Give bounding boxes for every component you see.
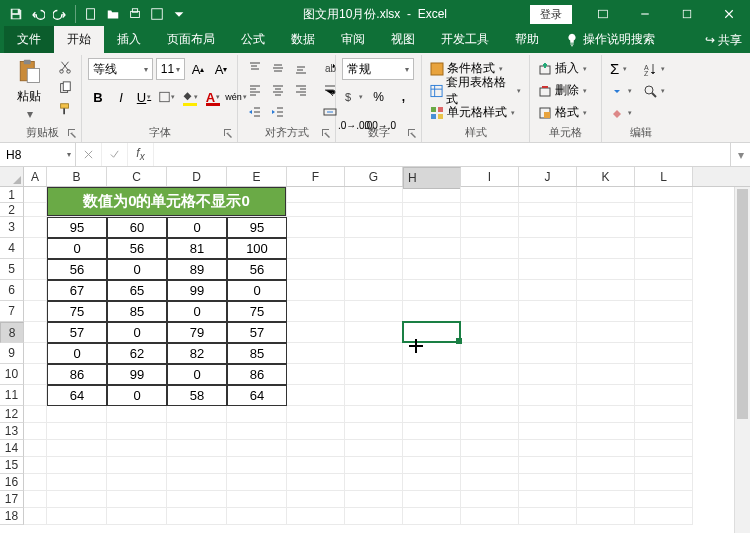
col-header-D[interactable]: D [167,167,227,186]
shrink-font-icon[interactable]: A▾ [211,58,231,80]
align-top-icon[interactable] [244,58,266,78]
row-header-5[interactable]: 5 [0,259,24,280]
table-cell[interactable]: 0 [227,280,287,301]
col-header-G[interactable]: G [345,167,403,186]
tab-file[interactable]: 文件 [4,26,54,53]
col-header-I[interactable]: I [461,167,519,186]
table-cell[interactable]: 86 [227,364,287,385]
row-header-2[interactable]: 2 [0,203,24,217]
table-cell[interactable]: 82 [167,343,227,364]
table-cell[interactable]: 0 [47,343,107,364]
confirm-formula-icon[interactable] [102,143,128,166]
table-cell[interactable]: 56 [227,259,287,280]
redo-icon[interactable] [50,3,70,25]
col-header-L[interactable]: L [635,167,693,186]
row-header-17[interactable]: 17 [0,491,24,508]
underline-button[interactable]: U▾ [134,86,154,108]
insert-function-icon[interactable]: fx [128,143,154,166]
col-header-A[interactable]: A [24,167,47,186]
table-cell[interactable]: 85 [227,343,287,364]
table-cell[interactable]: 64 [227,385,287,406]
tab-dev[interactable]: 开发工具 [428,26,502,53]
font-color-button[interactable]: A▾ [203,86,223,108]
increase-indent-icon[interactable] [267,102,289,122]
cell-grid[interactable]: 数值为0的单元格不显示09560095056811005608956676599… [24,187,750,533]
table-cell[interactable]: 67 [47,280,107,301]
decrease-indent-icon[interactable] [244,102,266,122]
tab-data[interactable]: 数据 [278,26,328,53]
table-cell[interactable]: 0 [167,301,227,322]
undo-icon[interactable] [28,3,48,25]
row-header-16[interactable]: 16 [0,474,24,491]
col-header-F[interactable]: F [287,167,345,186]
fill-handle[interactable] [456,338,462,344]
tab-view[interactable]: 视图 [378,26,428,53]
table-cell[interactable]: 0 [47,238,107,259]
tab-formula[interactable]: 公式 [228,26,278,53]
align-right-icon[interactable] [290,80,312,100]
tab-layout[interactable]: 页面布局 [154,26,228,53]
row-header-14[interactable]: 14 [0,440,24,457]
login-button[interactable]: 登录 [530,5,572,24]
insert-cells-button[interactable]: 插入▾ [536,58,595,79]
scrollbar-thumb[interactable] [737,189,748,419]
row-header-3[interactable]: 3 [0,217,24,238]
col-header-H[interactable]: H [403,167,461,189]
table-cell[interactable]: 57 [47,322,107,343]
table-cell[interactable]: 95 [227,217,287,238]
share-button[interactable]: ↪ 共享 [705,32,742,49]
percent-format-icon[interactable]: % [367,86,390,108]
table-cell[interactable]: 79 [167,322,227,343]
table-cell[interactable]: 89 [167,259,227,280]
qat-dropdown-icon[interactable] [169,3,189,25]
comma-format-icon[interactable]: , [392,86,415,108]
italic-button[interactable]: I [111,86,131,108]
row-header-11[interactable]: 11 [0,385,24,406]
table-cell[interactable]: 0 [107,259,167,280]
grow-font-icon[interactable]: A▴ [188,58,208,80]
table-cell[interactable]: 56 [107,238,167,259]
autosum-button[interactable]: Σ▾ [608,58,634,79]
select-all-corner[interactable] [0,167,24,187]
align-left-icon[interactable] [244,80,266,100]
col-header-C[interactable]: C [107,167,167,186]
table-cell[interactable]: 86 [47,364,107,385]
table-cell[interactable]: 62 [107,343,167,364]
cancel-formula-icon[interactable] [76,143,102,166]
alignment-expand-icon[interactable] [320,127,332,139]
cut-icon[interactable] [55,58,75,76]
align-bottom-icon[interactable] [290,58,312,78]
col-header-B[interactable]: B [47,167,107,186]
row-header-8[interactable]: 8 [0,322,24,343]
table-cell[interactable]: 65 [107,280,167,301]
copy-icon[interactable] [55,79,75,97]
number-format-select[interactable]: 常规▾ [342,58,414,80]
sort-filter-button[interactable]: AZ▾ [641,58,667,79]
row-header-1[interactable]: 1 [0,187,24,203]
table-cell[interactable]: 0 [107,322,167,343]
font-name-select[interactable]: 等线▾ [88,58,153,80]
table-cell[interactable]: 99 [107,364,167,385]
format-cells-button[interactable]: 格式▾ [536,102,595,123]
table-cell[interactable]: 81 [167,238,227,259]
cell-styles-button[interactable]: 单元格样式▾ [428,102,523,123]
tab-review[interactable]: 审阅 [328,26,378,53]
maximize-icon[interactable] [666,0,708,28]
formula-bar-expand-icon[interactable]: ▾ [730,143,750,166]
ribbon-options-icon[interactable] [582,0,624,28]
align-middle-icon[interactable] [267,58,289,78]
name-box[interactable]: H8▾ [0,143,76,166]
open-icon[interactable] [103,3,123,25]
table-cell[interactable]: 60 [107,217,167,238]
delete-cells-button[interactable]: 删除▾ [536,80,595,101]
table-cell[interactable]: 85 [107,301,167,322]
minimize-icon[interactable] [624,0,666,28]
table-cell[interactable]: 64 [47,385,107,406]
table-cell[interactable]: 95 [47,217,107,238]
row-header-12[interactable]: 12 [0,406,24,423]
table-cell[interactable]: 57 [227,322,287,343]
row-header-9[interactable]: 9 [0,343,24,364]
vertical-scrollbar[interactable] [734,187,750,533]
tell-me-search[interactable]: 操作说明搜索 [552,26,668,53]
align-center-icon[interactable] [267,80,289,100]
